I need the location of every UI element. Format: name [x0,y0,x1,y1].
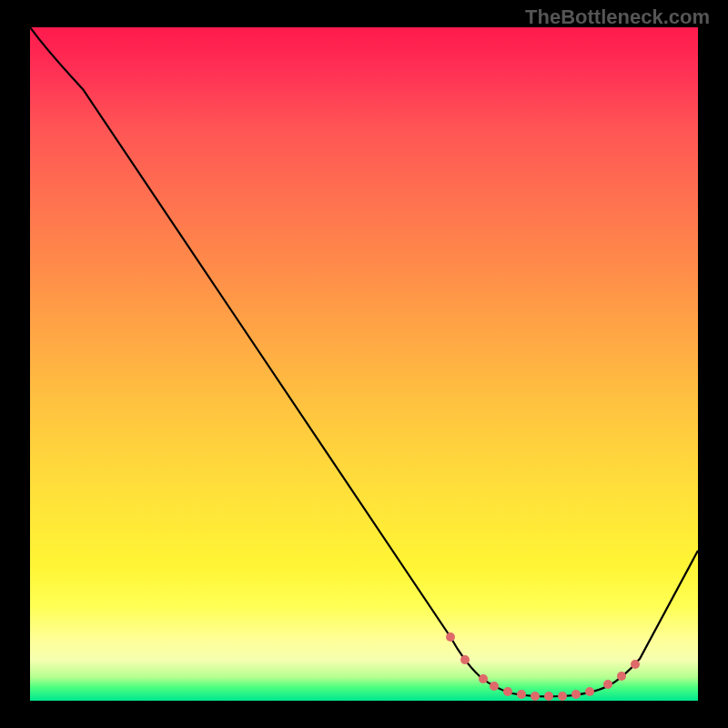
svg-point-9 [571,690,581,699]
svg-point-6 [531,692,540,701]
curve-path [30,27,698,696]
svg-point-2 [479,674,488,683]
svg-point-10 [585,687,594,696]
line-curve [30,27,698,701]
chart-container: TheBottleneck.com [0,0,728,728]
svg-point-8 [558,692,567,701]
svg-point-12 [617,672,626,681]
svg-point-7 [544,692,553,701]
svg-point-1 [460,655,470,664]
svg-point-3 [490,682,499,691]
svg-point-13 [631,660,640,669]
plot-area [30,27,698,701]
svg-point-5 [517,690,526,699]
svg-point-4 [503,687,512,696]
svg-point-0 [446,632,455,642]
watermark-text: TheBottleneck.com [525,5,710,29]
marker-dots [446,632,640,701]
svg-point-11 [603,680,612,689]
